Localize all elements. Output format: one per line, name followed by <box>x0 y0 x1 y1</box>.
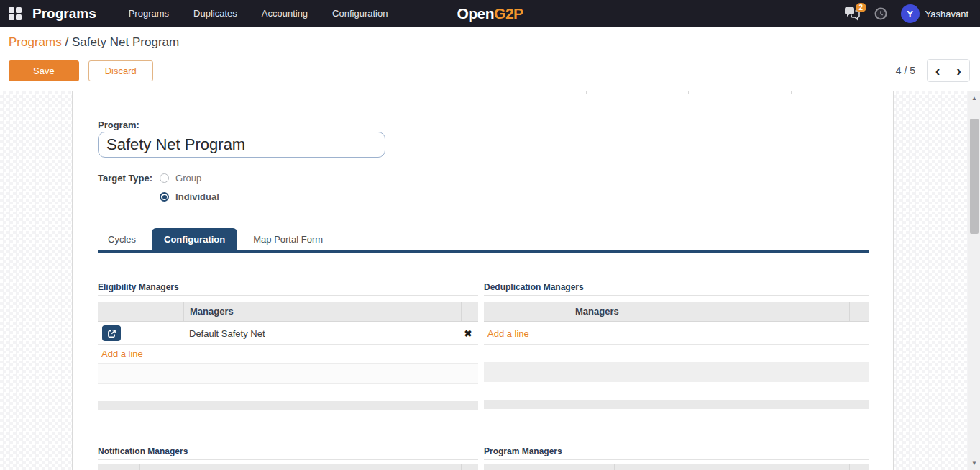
openg2p-logo: OpenG2P <box>457 5 523 22</box>
messages-icon[interactable]: 2 <box>843 6 861 22</box>
tabs-underline <box>98 250 869 253</box>
user-name: Yashavant <box>925 9 968 19</box>
section-divider <box>484 459 869 460</box>
external-link-icon <box>107 329 116 338</box>
breadcrumb: Programs / Safety Net Program <box>9 35 970 50</box>
eligibility-manager-row[interactable]: Default Safety Net ✖ <box>98 322 478 345</box>
program-table-header <box>484 464 869 470</box>
stat-button-duplicates[interactable]: Duplicates <box>586 91 688 94</box>
section-divider <box>98 295 478 296</box>
stat-button-cycles[interactable]: Cycles <box>791 91 893 94</box>
deduplication-add-row: Add a line <box>484 322 869 345</box>
pager-previous-button[interactable]: ‹ <box>928 60 948 81</box>
radio-option-individual[interactable]: Individual <box>160 191 219 202</box>
radio-selected-icon <box>160 192 169 202</box>
menu-item-programs[interactable]: Programs <box>116 0 181 27</box>
navbar-menu: Programs Duplicates Accounting Configura… <box>116 0 400 27</box>
manager-name-cell: Default Safety Net <box>189 328 265 339</box>
table-footer-bar <box>98 401 478 410</box>
menu-item-configuration[interactable]: Configuration <box>320 0 400 27</box>
scroll-down-icon[interactable]: ▼ <box>968 460 980 466</box>
chevron-left-icon: ‹ <box>935 63 940 79</box>
form-view-area: Duplicates Beneficiaries Cycles Program:… <box>0 91 980 470</box>
scroll-up-icon[interactable]: ▲ <box>968 95 980 101</box>
activity-clock-icon[interactable] <box>874 6 888 21</box>
scrollbar-thumb[interactable] <box>970 119 979 234</box>
radio-option-group[interactable]: Group <box>160 173 219 184</box>
tab-cycles[interactable]: Cycles <box>98 228 146 250</box>
section-divider <box>98 459 478 460</box>
tab-configuration[interactable]: Configuration <box>152 228 237 250</box>
managers-column-header: Managers <box>183 302 461 321</box>
target-type-label: Target Type: <box>98 173 152 202</box>
save-button[interactable]: Save <box>9 60 79 81</box>
deduplication-managers-title: Deduplication Managers <box>484 282 584 292</box>
breadcrumb-separator: / <box>65 35 68 49</box>
section-divider <box>484 295 869 296</box>
breadcrumb-current: Safety Net Program <box>72 35 179 49</box>
discard-button[interactable]: Discard <box>88 60 153 81</box>
eligibility-add-a-line-link[interactable]: Add a line <box>101 348 143 359</box>
stat-button-beneficiaries[interactable]: Beneficiaries <box>688 91 790 94</box>
notification-managers-title: Notification Managers <box>98 446 188 456</box>
stat-spacer <box>572 91 586 94</box>
apps-grid-icon[interactable] <box>9 7 22 20</box>
eligibility-managers-title: Eligibility Managers <box>98 282 179 292</box>
menu-item-duplicates[interactable]: Duplicates <box>181 0 249 27</box>
program-name-input[interactable] <box>98 132 385 158</box>
sheet-top-divider <box>73 99 893 99</box>
open-record-button[interactable] <box>102 325 121 341</box>
top-navbar: Programs Programs Duplicates Accounting … <box>0 0 980 27</box>
form-sheet: Duplicates Beneficiaries Cycles Program:… <box>72 91 894 470</box>
breadcrumb-programs-link[interactable]: Programs <box>9 35 62 49</box>
program-field-label: Program: <box>98 119 139 130</box>
eligibility-table-header: Managers <box>98 302 478 322</box>
program-managers-title: Program Managers <box>484 446 562 456</box>
notebook-tabs: Cycles Configuration Map Portal Form <box>98 228 333 250</box>
control-panel: Programs / Safety Net Program Save Disca… <box>0 27 980 91</box>
delete-row-icon[interactable]: ✖ <box>458 328 478 339</box>
vertical-scrollbar[interactable]: ▲ ▼ <box>968 91 980 470</box>
record-pager-counter: 4 / 5 <box>896 65 915 76</box>
notification-table-header <box>98 464 478 470</box>
empty-table-row <box>98 363 478 384</box>
radio-unselected-icon <box>160 173 169 183</box>
deduplication-add-a-line-link[interactable]: Add a line <box>487 328 529 339</box>
tab-map-portal-form[interactable]: Map Portal Form <box>243 228 333 250</box>
table-footer-bar <box>484 400 869 409</box>
managers-column-header: Managers <box>569 302 849 321</box>
pager-next-button[interactable]: › <box>948 60 969 81</box>
messages-count-badge: 2 <box>856 3 866 12</box>
chevron-right-icon: › <box>956 63 961 79</box>
app-title: Programs <box>32 6 96 22</box>
stat-button-box: Duplicates Beneficiaries Cycles <box>572 91 893 94</box>
empty-table-row <box>484 362 869 382</box>
target-type-field: Target Type: Group Individual <box>98 173 219 202</box>
user-menu[interactable]: Y Yashavant <box>901 4 968 23</box>
deduplication-table-header: Managers <box>484 302 869 322</box>
menu-item-accounting[interactable]: Accounting <box>249 0 320 27</box>
user-avatar: Y <box>901 4 920 23</box>
